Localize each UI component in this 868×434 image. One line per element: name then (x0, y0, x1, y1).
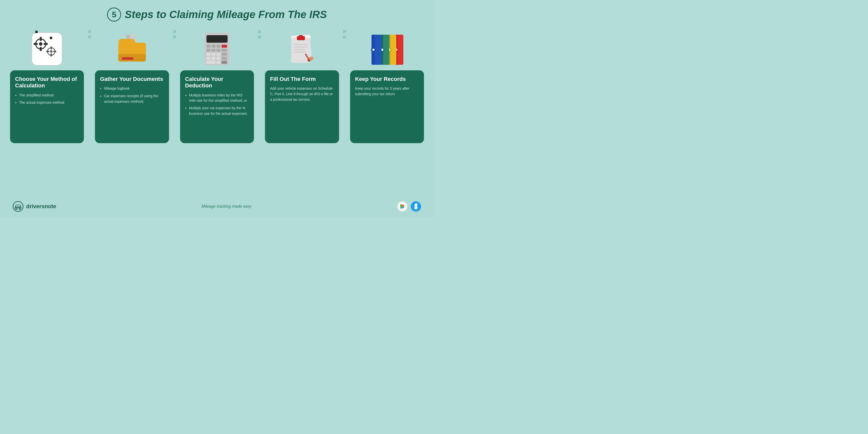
google-play-icon[interactable] (397, 201, 408, 212)
header: 5 Steps to Claiming Mileage From The IRS (107, 7, 327, 22)
step-column-3: Calculate Your Deduction Multiply busine… (180, 28, 254, 143)
svg-rect-3 (40, 37, 42, 41)
step3-item1: Multiply business miles by the IRS mile … (189, 93, 249, 103)
svg-rect-35 (212, 57, 216, 60)
brand-area: driversnote (12, 201, 56, 212)
arrow-chevrons-3: » » (257, 28, 261, 40)
svg-rect-19 (122, 57, 133, 60)
svg-rect-8 (50, 37, 52, 39)
step3-title: Calculate Your Deduction (185, 76, 249, 89)
svg-point-76 (416, 204, 417, 205)
svg-point-71 (16, 208, 17, 210)
svg-rect-33 (221, 53, 227, 56)
arrow-3: » » (254, 28, 265, 76)
svg-rect-31 (212, 53, 216, 56)
svg-rect-30 (207, 53, 211, 56)
svg-rect-24 (212, 45, 216, 48)
step3-icon-area (180, 28, 254, 70)
svg-rect-48 (293, 49, 305, 50)
svg-rect-29 (221, 49, 227, 52)
page-wrapper: 5 Steps to Claiming Mileage From The IRS (0, 0, 434, 217)
arrow-chevrons-2: » » (173, 28, 177, 40)
svg-rect-47 (293, 46, 307, 48)
step4-body: Add your vehicle expenses on Schedule C,… (270, 86, 334, 102)
brand-name: driversnote (26, 203, 56, 210)
step1-card: Choose Your Method of Calculation The si… (10, 70, 84, 143)
svg-rect-6 (44, 43, 48, 45)
step-number: 5 (112, 10, 117, 19)
svg-rect-11 (51, 46, 52, 50)
svg-rect-25 (217, 45, 220, 48)
svg-rect-14 (53, 51, 56, 52)
svg-rect-37 (221, 57, 227, 60)
step5-icon-area (350, 28, 424, 70)
step5-body: Keep your records for 3 years after subm… (355, 86, 419, 97)
step5-title: Keep Your Records (355, 76, 419, 82)
svg-rect-7 (35, 31, 38, 33)
svg-rect-46 (293, 44, 307, 45)
svg-rect-36 (217, 57, 220, 60)
arrow-chevrons-1: » » (88, 28, 92, 40)
svg-rect-13 (46, 51, 49, 52)
svg-point-72 (19, 208, 21, 210)
app-store-icon[interactable] (410, 201, 422, 212)
svg-rect-45 (299, 35, 303, 38)
svg-rect-21 (207, 35, 227, 43)
svg-rect-23 (207, 45, 211, 48)
step2-card: Gather Your Documents Mileage logbook Ca… (95, 70, 169, 143)
svg-rect-0 (32, 33, 62, 65)
step-column-4: Fill Out The Form Add your vehicle expen… (265, 28, 339, 143)
store-icons-area (397, 201, 422, 212)
svg-point-69 (13, 202, 23, 212)
svg-rect-40 (221, 61, 227, 64)
step4-text: Add your vehicle expenses on Schedule C,… (270, 86, 334, 102)
svg-rect-38 (207, 61, 216, 64)
step2-title: Gather Your Documents (100, 76, 164, 82)
svg-rect-4 (40, 47, 42, 51)
svg-rect-39 (217, 61, 220, 64)
clipboard-icon (285, 30, 318, 68)
step3-item2: Multiply your car expenses by the % busi… (189, 105, 249, 116)
steps-container: Choose Your Method of Calculation The si… (10, 28, 424, 197)
gears-icon (31, 30, 63, 68)
step2-item1: Mileage logbook (104, 86, 164, 91)
footer: driversnote Mileage tracking made easy (10, 201, 424, 212)
binders-icon (369, 30, 405, 68)
page-title: Steps to Claiming Mileage From The IRS (125, 8, 327, 21)
step-column-1: Choose Your Method of Calculation The si… (10, 28, 84, 143)
step1-item1: The simplified method (19, 93, 79, 98)
step-number-circle: 5 (107, 7, 121, 22)
svg-rect-34 (207, 57, 211, 60)
step5-card: Keep Your Records Keep your records for … (350, 70, 424, 143)
step2-icon-area (95, 28, 169, 70)
step1-title: Choose Your Method of Calculation (15, 76, 79, 89)
step-column-2: Gather Your Documents Mileage logbook Ca… (95, 28, 169, 143)
step1-body: The simplified method The actual expense… (15, 93, 79, 105)
svg-rect-5 (34, 43, 38, 45)
arrow-2: » » (169, 28, 180, 76)
svg-rect-26 (207, 49, 211, 52)
svg-rect-22 (221, 45, 227, 48)
step3-card: Calculate Your Deduction Multiply busine… (180, 70, 254, 143)
footer-tagline: Mileage tracking made easy (202, 204, 251, 209)
step5-text: Keep your records for 3 years after subm… (355, 86, 419, 97)
brand-icon (12, 201, 24, 212)
svg-point-68 (372, 49, 374, 51)
step-column-5: Keep Your Records Keep your records for … (350, 28, 424, 143)
step2-body: Mileage logbook Car expenses receipts (i… (100, 86, 164, 104)
svg-point-10 (50, 50, 53, 53)
arrow-chevrons-4: » » (343, 28, 347, 40)
step4-card: Fill Out The Form Add your vehicle expen… (265, 70, 339, 143)
svg-rect-27 (212, 49, 216, 52)
step3-body: Multiply business miles by the IRS mile … (185, 93, 249, 117)
step2-item2: Car expenses receipts (if using the actu… (104, 93, 164, 104)
svg-rect-12 (51, 54, 52, 57)
svg-rect-32 (217, 53, 220, 56)
svg-rect-28 (217, 49, 220, 52)
calculator-icon (202, 30, 232, 68)
step1-icon-area (10, 28, 84, 70)
arrow-1: » » (84, 28, 95, 76)
step4-title: Fill Out The Form (270, 76, 334, 82)
svg-point-64 (381, 49, 383, 51)
folder-icon (116, 30, 149, 68)
